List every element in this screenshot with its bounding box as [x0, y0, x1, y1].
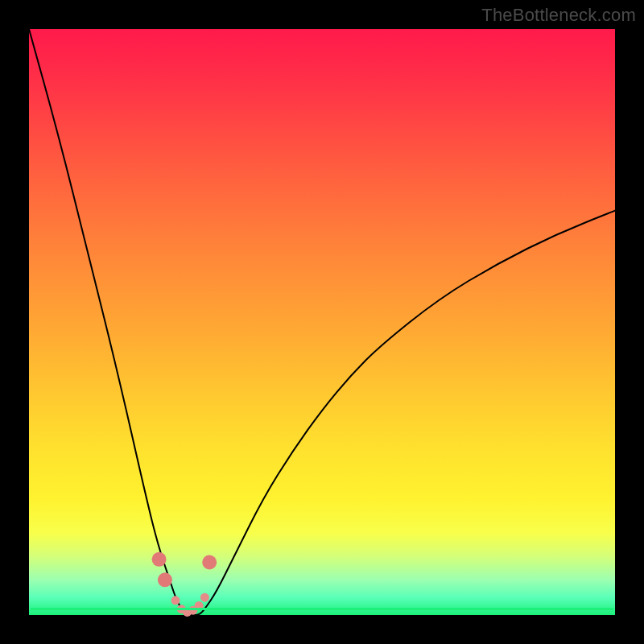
plot-area: [29, 29, 615, 615]
bottleneck-curve: [29, 29, 615, 615]
attribution-label: TheBottleneck.com: [481, 5, 636, 26]
marker-point: [152, 552, 167, 567]
marker-point: [171, 596, 180, 605]
marker-point: [202, 555, 217, 570]
baseline-strip: [31, 608, 613, 610]
chart-frame: TheBottleneck.com: [0, 0, 644, 644]
marker-point: [158, 572, 172, 587]
marker-point: [200, 593, 209, 602]
curve-svg: [29, 29, 615, 615]
